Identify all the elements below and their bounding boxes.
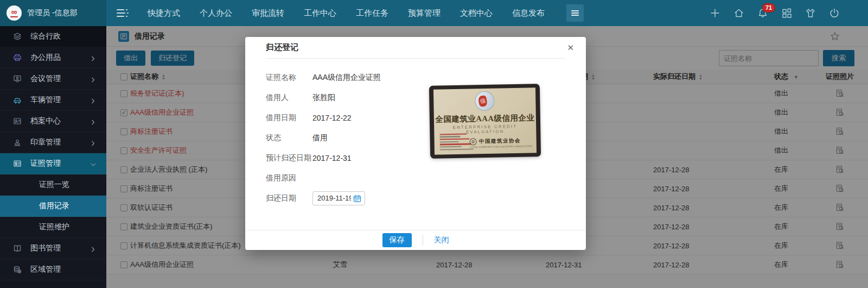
bell-icon[interactable]: 71: [757, 8, 768, 18]
dialog-title: 归还登记: [266, 42, 298, 53]
stamp-icon: [13, 138, 22, 147]
sidebar: 综合行政办公用品会议管理车辆管理档案中心印章管理证照管理证照一览借用记录证照维护…: [0, 26, 106, 288]
car-icon: [13, 96, 22, 104]
nav-item[interactable]: 工作任务: [346, 0, 398, 26]
chevron-down-icon: [90, 160, 97, 167]
plus-icon[interactable]: [710, 8, 720, 18]
nav-item[interactable]: 文档中心: [450, 0, 502, 26]
home-icon[interactable]: [733, 8, 744, 18]
sidebar-item-办公用品[interactable]: 办公用品: [0, 47, 106, 68]
sidebar-item-label: 证照一览: [39, 180, 69, 190]
sidebar-item-印章管理[interactable]: 印章管理: [0, 132, 106, 153]
association-logo-icon: [470, 138, 477, 145]
field-label: 借用人: [266, 93, 312, 103]
return-date-row: 归还日期: [266, 188, 565, 208]
sidebar-item-档案中心[interactable]: 档案中心: [0, 111, 106, 132]
nav-item[interactable]: 工作中心: [294, 0, 346, 26]
app-logo-icon: ∞: [7, 5, 22, 21]
topbar-icon-cluster: 71: [710, 0, 840, 26]
shirt-icon[interactable]: [805, 8, 816, 18]
field-label: 证照名称: [266, 73, 312, 83]
field-value: AAA级信用企业证照: [312, 73, 381, 83]
certificate-photo: 信 全国建筑业AAA级信用企业 ENTERPRISE CREDIT EVALUA…: [429, 84, 541, 159]
power-icon[interactable]: [829, 8, 840, 18]
dialog-header: 归还登记: [266, 37, 565, 59]
sidebar-item-证照维护[interactable]: 证照维护: [0, 217, 106, 238]
association-name: 中国建筑业协会: [479, 137, 521, 145]
coins-icon: [13, 265, 22, 274]
dialog-footer: 保存 关闭: [245, 230, 586, 250]
topbar-user-section: ∞ 管理员 -信息部: [0, 0, 106, 26]
nav-item[interactable]: 预算管理: [398, 0, 450, 26]
return-register-dialog: 归还登记 ✕ 证照名称AAA级信用企业证照借用人张胜阳借用日期2017-12-2…: [245, 37, 586, 250]
field-label: 借用日期: [266, 113, 312, 123]
field-label: 状态: [266, 133, 312, 143]
book-icon: [13, 244, 22, 253]
field-value: 张胜阳: [312, 93, 335, 103]
sidebar-item-借用记录[interactable]: 借用记录: [0, 196, 106, 217]
sidebar-item-label: 会议管理: [30, 74, 61, 84]
return-date-input[interactable]: [313, 194, 351, 202]
current-user-label: 管理员 -信息部: [27, 8, 78, 18]
sidebar-item-证照一览[interactable]: 证照一览: [0, 174, 106, 196]
nav-overflow-menu-icon[interactable]: [566, 4, 584, 22]
topbar: ∞ 管理员 -信息部 快捷方式个人办公审批流转工作中心工作任务预算管理文档中心信…: [0, 0, 868, 26]
nav-item[interactable]: 个人办公: [190, 0, 242, 26]
sidebar-item-label: 证照管理: [30, 159, 61, 168]
sidebar-item-label: 借用记录: [39, 201, 69, 211]
chevron-right-icon: [90, 97, 97, 103]
close-icon[interactable]: ✕: [567, 43, 574, 52]
chevron-right-icon: [90, 118, 97, 124]
association-block: 中国建筑业协会 CHINA CONSTRUCTION INDUSTRY ASSO…: [470, 137, 532, 148]
layers-icon: [13, 32, 22, 41]
field-label: 预计归还日期: [266, 153, 312, 163]
field-value: 借用: [312, 133, 328, 143]
dialog-field-row: 借用原因: [266, 168, 565, 188]
sidebar-item-label: 车辆管理: [30, 95, 61, 105]
nav-item[interactable]: 信息发布: [502, 0, 554, 26]
sidebar-item-证照管理[interactable]: 证照管理: [0, 153, 106, 174]
sidebar-item-label: 证照维护: [39, 222, 69, 232]
credit-seal-icon: 信: [475, 91, 495, 111]
sidebar-item-label: 办公用品: [30, 53, 61, 62]
footer-divider: [423, 235, 423, 245]
sidebar-item-label: 档案中心: [30, 116, 61, 126]
return-date-label: 归还日期: [266, 193, 312, 203]
chevron-right-icon: [90, 54, 97, 61]
sidebar-item-label: 印章管理: [30, 137, 61, 147]
nav-item[interactable]: 审批流转: [242, 0, 294, 26]
notification-badge: 71: [762, 3, 775, 12]
apps-icon[interactable]: [781, 8, 792, 18]
certificate-icon: [13, 159, 22, 168]
association-name-en: CHINA CONSTRUCTION INDUSTRY ASSOCIATION: [470, 145, 532, 148]
archive-icon: [13, 117, 22, 126]
sidebar-item-综合行政[interactable]: 综合行政: [0, 26, 106, 47]
field-label: 借用原因: [266, 173, 312, 183]
sidebar-item-label: 图书管理: [30, 243, 61, 253]
return-date-picker[interactable]: [312, 191, 365, 205]
chevron-right-icon: [90, 76, 97, 82]
chevron-right-icon: [90, 139, 97, 146]
calendar-icon[interactable]: [353, 195, 361, 203]
save-button[interactable]: 保存: [382, 233, 412, 247]
collapse-menu-icon[interactable]: [115, 7, 129, 20]
nav-item[interactable]: 快捷方式: [138, 0, 190, 26]
sidebar-item-车辆管理[interactable]: 车辆管理: [0, 90, 106, 111]
printer-icon: [13, 53, 22, 62]
fine-print-lines: [439, 133, 474, 150]
sidebar-item-图书管理[interactable]: 图书管理: [0, 238, 106, 259]
sidebar-item-label: 综合行政: [30, 32, 61, 41]
field-value: 2017-12-22: [312, 114, 352, 122]
sidebar-item-区域管理[interactable]: 区域管理: [0, 259, 106, 280]
chevron-right-icon: [90, 245, 97, 252]
sidebar-item-label: 区域管理: [30, 265, 61, 274]
sidebar-item-会议管理[interactable]: 会议管理: [0, 68, 106, 90]
close-button[interactable]: 关闭: [434, 235, 449, 245]
certificate-title: 全国建筑业AAA级信用企业: [434, 112, 536, 124]
field-value: 2017-12-31: [312, 154, 352, 162]
meeting-icon: [13, 74, 22, 83]
top-nav: 快捷方式个人办公审批流转工作中心工作任务预算管理文档中心信息发布: [138, 0, 554, 26]
